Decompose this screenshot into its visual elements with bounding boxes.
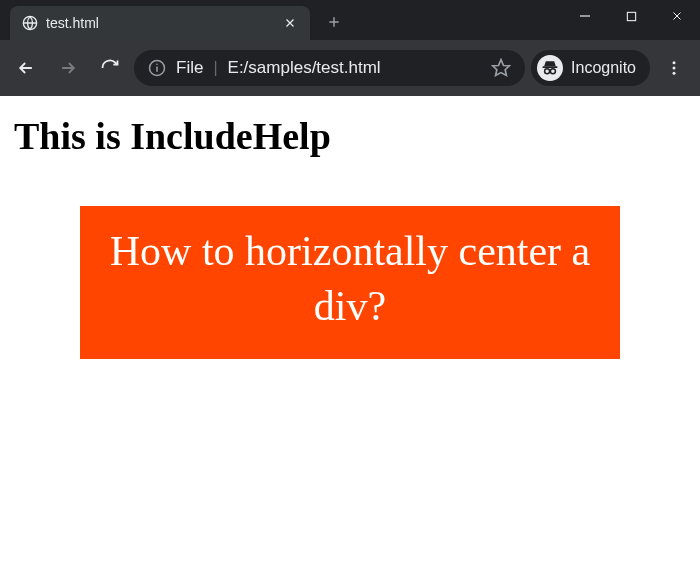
svg-point-7: [545, 69, 550, 74]
svg-point-11: [673, 72, 676, 75]
centered-box: How to horizontally center a div?: [80, 206, 620, 359]
close-tab-icon[interactable]: [282, 15, 298, 31]
svg-rect-1: [627, 12, 635, 20]
maximize-button[interactable]: [608, 0, 654, 32]
minimize-button[interactable]: [562, 0, 608, 32]
window-titlebar: test.html: [0, 0, 700, 40]
svg-rect-6: [543, 66, 558, 68]
svg-point-10: [673, 67, 676, 70]
globe-icon: [22, 15, 38, 31]
kebab-menu-button[interactable]: [656, 50, 692, 86]
browser-toolbar: File | E:/samples/test.html Incognito: [0, 40, 700, 96]
svg-point-8: [550, 69, 555, 74]
tab-title: test.html: [46, 15, 282, 31]
new-tab-button[interactable]: [320, 8, 348, 36]
bookmark-star-icon[interactable]: [491, 58, 511, 78]
info-icon[interactable]: [148, 59, 166, 77]
incognito-indicator[interactable]: Incognito: [531, 50, 650, 86]
forward-button[interactable]: [50, 50, 86, 86]
browser-tab[interactable]: test.html: [10, 6, 310, 40]
svg-point-9: [673, 61, 676, 64]
window-controls: [562, 0, 700, 32]
reload-button[interactable]: [92, 50, 128, 86]
address-path: E:/samples/test.html: [228, 58, 482, 78]
incognito-icon: [537, 55, 563, 81]
back-button[interactable]: [8, 50, 44, 86]
svg-point-4: [156, 64, 158, 66]
page-heading: This is IncludeHelp: [14, 114, 686, 158]
address-bar[interactable]: File | E:/samples/test.html: [134, 50, 525, 86]
incognito-label: Incognito: [571, 59, 636, 77]
address-scheme: File: [176, 58, 203, 78]
close-window-button[interactable]: [654, 0, 700, 32]
address-separator: |: [213, 59, 217, 77]
page-content: This is IncludeHelp How to horizontally …: [0, 96, 700, 375]
svg-marker-5: [493, 60, 510, 76]
